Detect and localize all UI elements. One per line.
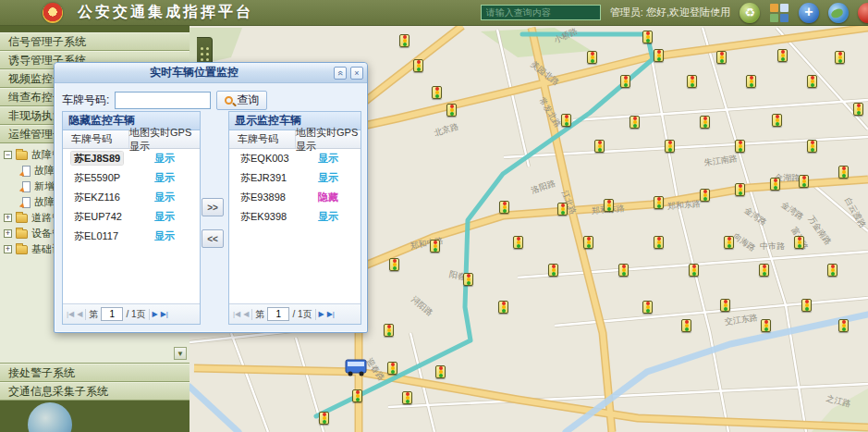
collapse-icon[interactable]: « <box>334 67 347 80</box>
traffic-light-icon[interactable] <box>687 75 697 88</box>
traffic-light-icon[interactable] <box>746 75 756 88</box>
tree-expander-icon[interactable] <box>4 214 12 222</box>
traffic-light-icon[interactable] <box>759 264 769 277</box>
traffic-light-icon[interactable] <box>587 51 597 64</box>
traffic-light-icon[interactable] <box>838 319 849 332</box>
traffic-light-icon[interactable] <box>642 301 653 314</box>
traffic-light-icon[interactable] <box>583 236 593 249</box>
move-right-button[interactable]: >> <box>202 198 224 216</box>
traffic-light-icon[interactable] <box>681 319 691 332</box>
header-search-input[interactable] <box>481 5 601 20</box>
table-row[interactable]: 苏E93898 隐藏 <box>229 188 361 207</box>
traffic-light-icon[interactable] <box>319 412 329 425</box>
gps-toggle-link[interactable]: 隐藏 <box>318 191 338 203</box>
table-row[interactable]: 苏EK9398 显示 <box>229 207 361 227</box>
layout-grid-icon[interactable] <box>769 3 789 23</box>
move-left-button[interactable]: << <box>202 229 224 248</box>
vehicle-bus-icon[interactable] <box>344 357 368 377</box>
traffic-light-icon[interactable] <box>720 299 730 312</box>
search-button[interactable]: 查询 <box>216 91 267 110</box>
traffic-light-icon[interactable] <box>735 140 745 153</box>
traffic-light-icon[interactable] <box>513 236 523 249</box>
traffic-light-icon[interactable] <box>498 301 508 314</box>
traffic-light-icon[interactable] <box>561 114 571 127</box>
traffic-light-icon[interactable] <box>761 319 771 332</box>
gps-toggle-link[interactable]: 显示 <box>318 172 338 183</box>
tree-expander-icon[interactable] <box>4 245 12 253</box>
traffic-light-icon[interactable] <box>463 273 473 286</box>
table-row[interactable]: 苏EUP742 显示 <box>63 207 200 227</box>
table-row[interactable]: 苏EQK003 显示 <box>229 149 361 168</box>
next-page-button[interactable]: ▶ <box>319 310 324 318</box>
gps-toggle-link[interactable]: 显示 <box>318 211 338 222</box>
traffic-light-icon[interactable] <box>630 116 640 129</box>
gps-toggle-link[interactable]: 显示 <box>154 153 175 164</box>
prev-page-button[interactable]: ◀ <box>243 310 249 318</box>
last-page-button[interactable]: ▶| <box>327 310 335 318</box>
traffic-light-icon[interactable] <box>700 189 710 202</box>
traffic-light-icon[interactable] <box>402 391 412 404</box>
page-input[interactable] <box>101 307 123 321</box>
traffic-light-icon[interactable] <box>654 49 664 62</box>
traffic-light-icon[interactable] <box>604 199 614 212</box>
traffic-light-icon[interactable] <box>548 264 558 277</box>
traffic-light-icon[interactable] <box>799 175 809 188</box>
traffic-light-icon[interactable] <box>724 236 734 249</box>
traffic-light-icon[interactable] <box>801 299 812 312</box>
gps-toggle-link[interactable]: 显示 <box>154 191 175 203</box>
first-page-button[interactable]: |◀ <box>67 310 74 318</box>
traffic-light-icon[interactable] <box>642 31 653 43</box>
traffic-light-icon[interactable] <box>352 389 362 402</box>
traffic-light-icon[interactable] <box>557 203 568 216</box>
table-row[interactable]: 苏EKZ116 显示 <box>63 188 200 207</box>
gps-toggle-link[interactable]: 显示 <box>154 211 175 222</box>
traffic-light-icon[interactable] <box>618 264 629 277</box>
traffic-light-icon[interactable] <box>432 86 442 99</box>
traffic-light-icon[interactable] <box>772 114 782 127</box>
sidebar-menu-item[interactable]: 信号管理子系统 <box>0 32 189 51</box>
table-row[interactable]: 苏EJR391 显示 <box>229 168 361 188</box>
traffic-light-icon[interactable] <box>654 236 664 249</box>
gps-toggle-link[interactable]: 显示 <box>154 230 175 241</box>
close-icon[interactable]: × <box>350 67 363 80</box>
traffic-light-icon[interactable] <box>430 240 440 253</box>
sidebar-menu-item[interactable]: 接处警子系统 <box>0 364 189 382</box>
traffic-light-icon[interactable] <box>735 183 745 196</box>
traffic-light-icon[interactable] <box>620 75 630 88</box>
traffic-light-icon[interactable] <box>384 324 394 337</box>
tree-expander-icon[interactable] <box>4 229 12 238</box>
recycle-icon[interactable]: ♻ <box>740 3 760 23</box>
scroll-down-arrow[interactable]: ▼ <box>174 347 187 360</box>
traffic-light-icon[interactable] <box>777 49 788 62</box>
traffic-light-icon[interactable] <box>807 140 817 153</box>
traffic-light-icon[interactable] <box>835 51 845 64</box>
exit-icon[interactable] <box>858 3 868 23</box>
traffic-light-icon[interactable] <box>716 51 727 64</box>
traffic-light-icon[interactable] <box>665 140 675 153</box>
gps-toggle-link[interactable]: 显示 <box>318 153 338 164</box>
traffic-light-icon[interactable] <box>689 264 699 277</box>
traffic-light-icon[interactable] <box>807 75 817 88</box>
traffic-light-icon[interactable] <box>654 196 664 209</box>
traffic-light-icon[interactable] <box>700 116 710 129</box>
last-page-button[interactable]: ▶| <box>161 310 168 318</box>
traffic-light-icon[interactable] <box>827 264 837 277</box>
traffic-light-icon[interactable] <box>389 258 399 271</box>
add-icon[interactable]: + <box>799 3 819 23</box>
globe-icon[interactable] <box>828 3 849 23</box>
traffic-light-icon[interactable] <box>399 34 410 47</box>
page-input[interactable] <box>267 307 289 321</box>
traffic-light-icon[interactable] <box>853 103 863 116</box>
traffic-light-icon[interactable] <box>435 365 446 378</box>
gps-toggle-link[interactable]: 显示 <box>154 172 175 183</box>
prev-page-button[interactable]: ◀ <box>77 310 82 318</box>
table-row[interactable]: 苏E5590P 显示 <box>63 168 200 188</box>
next-page-button[interactable]: ▶ <box>153 310 158 318</box>
traffic-light-icon[interactable] <box>770 178 780 191</box>
plate-input[interactable] <box>115 92 211 109</box>
traffic-light-icon[interactable] <box>499 201 509 214</box>
dialog-titlebar[interactable]: 实时车辆位置监控 « × <box>55 63 367 83</box>
traffic-light-icon[interactable] <box>413 59 423 72</box>
traffic-light-icon[interactable] <box>594 140 605 153</box>
tree-expander-icon[interactable] <box>4 151 12 159</box>
